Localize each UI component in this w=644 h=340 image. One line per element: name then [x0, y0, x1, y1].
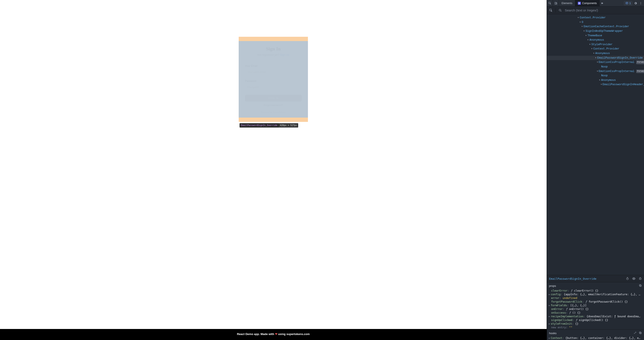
caret-icon[interactable]: ▾ — [596, 69, 598, 74]
debug-icon[interactable] — [638, 277, 642, 280]
svg-point-9 — [640, 3, 641, 3]
caret-icon[interactable]: ▾ — [585, 33, 587, 38]
hooks-section-head: hooks — [547, 330, 644, 336]
tree-node[interactable]: ▾Anonymous — [547, 78, 644, 83]
tree-node-name: Anonymous — [590, 38, 604, 42]
tree-node-name: Noop — [601, 73, 608, 78]
kv-row[interactable]: error: undefined — [547, 296, 644, 300]
kv-row[interactable]: ▸recipeImplementation: {doesEmailExist: … — [547, 315, 644, 318]
login-subtext: Not registered yet? — [257, 53, 279, 56]
hooks-magic-icon[interactable] — [634, 331, 637, 335]
footer-text-b: using supertokens.com — [278, 333, 310, 336]
inspect-tooltip: EmailPasswordSignIn_Override 420px × 527… — [240, 123, 298, 128]
tree-node-name: ThemeBase — [588, 33, 602, 38]
caret-icon[interactable]: ▾ — [579, 20, 581, 25]
forgot-password-link[interactable]: Forgot password? — [243, 104, 304, 106]
svg-rect-7 — [626, 2, 628, 4]
kv-row[interactable]: clearError: ƒ clearError() {} — [547, 289, 644, 293]
svg-point-12 — [559, 9, 561, 11]
tab-components[interactable]: Components — [575, 0, 600, 6]
login-subrow: Not registered yet? Sign Up — [243, 53, 304, 56]
selected-component-bar: EmailPasswordSignIn_Override — [547, 275, 644, 282]
svg-rect-17 — [639, 284, 641, 286]
tree-node-name: Context.Provider — [580, 15, 606, 20]
tree-node[interactable]: ▾EmotionCacheContext.Provider — [547, 24, 644, 29]
caret-icon[interactable]: ▾ — [595, 56, 597, 60]
tree-node[interactable]: ▾Context.Provider — [547, 15, 644, 20]
component-search-input[interactable] — [565, 8, 643, 12]
svg-point-8 — [640, 2, 641, 2]
suspend-icon[interactable] — [626, 277, 629, 280]
tree-node[interactable]: ▾EmailPasswordSignInHeader_Overri — [547, 82, 644, 87]
caret-icon[interactable]: ▾ — [581, 24, 583, 29]
caret-icon[interactable]: ▾ — [600, 82, 602, 87]
forwardref-badge: ForwardRef — [636, 60, 644, 64]
kv-row[interactable]: onError: ƒ onError() {} — [547, 307, 644, 311]
tree-node-name: Anonymous — [595, 51, 610, 56]
caret-icon[interactable]: ▾ — [589, 42, 591, 47]
password-label: Password — [245, 80, 302, 83]
kv-row[interactable]: ▸formFields: [{…}, {…}] — [547, 304, 644, 307]
tree-node[interactable]: ▾EmotionCssPropInternalForwardRef — [547, 69, 644, 74]
signup-link[interactable]: Sign Up — [280, 53, 289, 56]
tree-node[interactable]: Noop — [547, 73, 644, 78]
caret-icon[interactable]: ▾ — [583, 29, 585, 33]
login-title: Sign In — [243, 46, 304, 52]
caret-icon[interactable]: ▾ — [596, 60, 598, 65]
tree-node[interactable]: ▾SignInAndUpThemeWrapper — [547, 29, 644, 33]
tab-elements[interactable]: Elements — [559, 0, 575, 6]
kv-row[interactable]: ▸styleFromInit: {} — [547, 322, 644, 326]
tree-node[interactable]: ▾ThemeBase — [547, 33, 644, 38]
tree-node-name: EmotionCacheContext.Provider — [584, 24, 629, 29]
tree-node[interactable]: ▾StyleProvider — [547, 42, 644, 47]
kv-row[interactable]: new entry: "" — [547, 326, 644, 330]
tree-node-name: Noop — [601, 65, 608, 69]
inspect-matching-dom-icon[interactable] — [632, 277, 636, 280]
tree-node[interactable]: ▾Anonymous — [547, 38, 644, 42]
signin-button[interactable]: SIGN IN — [245, 95, 302, 102]
props-label: props — [549, 284, 556, 288]
tree-node[interactable]: ▾Context.Provider — [547, 47, 644, 51]
kv-row[interactable]: ▸config: {appInfo: {…}, emailVerificatio… — [547, 293, 644, 296]
password-input[interactable] — [245, 84, 302, 91]
kebab-menu-icon[interactable] — [639, 2, 643, 5]
devtools-toolbar: Elements Components 1 — [547, 0, 644, 6]
components-subbar — [547, 6, 644, 14]
email-input[interactable] — [245, 69, 302, 76]
tab-elements-label: Elements — [562, 2, 572, 5]
caret-icon[interactable]: ▾ — [591, 47, 593, 51]
issues-count: 1 — [629, 2, 631, 5]
tree-node-name: EmotionCssPropInternal — [599, 60, 634, 65]
inspect-tooltip-name: EmailPasswordSignIn_Override — [240, 123, 279, 128]
kv-row[interactable]: onSuccess: ƒ () {} — [547, 311, 644, 315]
copy-hooks-icon[interactable] — [639, 331, 642, 335]
device-toolbar-icon[interactable] — [553, 0, 559, 6]
more-tabs-icon[interactable] — [600, 0, 606, 6]
tree-node[interactable]: ▾EmailPasswordSignIn_Override — [547, 56, 644, 60]
kv-row[interactable]: signUpClicked: ƒ signUpClicked() {} — [547, 318, 644, 322]
kv-row[interactable]: forgotPasswordClick: ƒ forgotPasswordCli… — [547, 300, 644, 304]
caret-icon[interactable]: ▾ — [593, 51, 595, 56]
copy-props-icon[interactable] — [639, 284, 642, 288]
svg-rect-16 — [640, 285, 642, 287]
svg-rect-19 — [639, 332, 641, 333]
login-card-wrap: Sign In Not registered yet? Sign Up Your… — [239, 37, 308, 122]
caret-icon[interactable]: ▾ — [587, 38, 589, 42]
tree-node[interactable]: ▾Anonymous — [547, 51, 644, 56]
tree-node[interactable]: ▾EmotionCssPropInternalForwardRef — [547, 60, 644, 65]
caret-icon[interactable]: ▾ — [598, 78, 601, 83]
settings-gear-icon[interactable] — [633, 2, 638, 5]
issues-chip[interactable]: 1 — [624, 1, 632, 5]
app-pane: Sign In Not registered yet? Sign Up Your… — [0, 0, 546, 340]
inspect-element-icon[interactable] — [547, 0, 553, 6]
tree-node[interactable]: Noop — [547, 65, 644, 69]
component-tree[interactable]: ▾Context.Provider▾O▾EmotionCacheContext.… — [547, 14, 644, 275]
tree-node-name: O — [582, 20, 584, 25]
login-card-bottom-bar — [239, 117, 308, 122]
caret-icon[interactable]: ▾ — [577, 15, 579, 20]
app-footer: React Demo app. Made with ❤ using supert… — [0, 329, 546, 340]
select-element-icon[interactable] — [548, 9, 554, 12]
tree-node[interactable]: ▾O — [547, 20, 644, 25]
tree-node-name: SignInAndUpThemeWrapper — [586, 29, 623, 33]
kv-row[interactable]: ▸Context: {button: {…}, container: {…}, … — [547, 336, 644, 340]
